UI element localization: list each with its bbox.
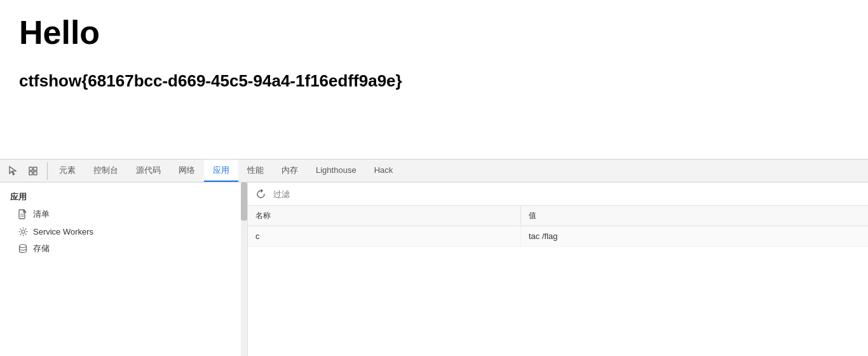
- svg-rect-2: [29, 172, 32, 175]
- data-table: 名称 值 c tac /flag: [248, 206, 868, 356]
- page-flag: ctfshow{68167bcc-d669-45c5-94a4-1f16edff…: [19, 71, 849, 91]
- sidebar-item-service-workers-label: Service Workers: [33, 227, 93, 236]
- svg-rect-1: [34, 167, 37, 170]
- table-row[interactable]: c tac /flag: [248, 226, 868, 247]
- table-header-value: 值: [521, 206, 868, 226]
- sidebar-item-service-workers[interactable]: Service Workers: [0, 223, 247, 240]
- tab-application[interactable]: 应用: [204, 160, 238, 182]
- table-header: 名称 值: [248, 206, 868, 226]
- page-title: Hello: [19, 13, 849, 52]
- svg-rect-3: [34, 172, 37, 175]
- tab-memory[interactable]: 内存: [273, 160, 307, 182]
- tab-hack[interactable]: Hack: [365, 160, 402, 182]
- sidebar-section-title: 应用: [0, 188, 247, 205]
- svg-point-7: [22, 230, 25, 233]
- sidebar-item-manifest[interactable]: 清单: [0, 205, 247, 223]
- devtools-sidebar: 应用 清单: [0, 182, 248, 356]
- devtools-toolbar: 元素 控制台 源代码 网络 应用 性能 内存 Lighthouse: [0, 160, 868, 182]
- sidebar-content: 应用 清单: [0, 182, 247, 263]
- filter-input[interactable]: [273, 189, 863, 199]
- table-header-name: 名称: [248, 206, 521, 226]
- devtools-panel: 元素 控制台 源代码 网络 应用 性能 内存 Lighthouse: [0, 159, 868, 356]
- sidebar-item-storage-label: 存储: [33, 243, 50, 254]
- sidebar-item-manifest-label: 清单: [33, 209, 50, 220]
- tab-sources[interactable]: 源代码: [127, 160, 170, 182]
- page-content: Hello ctfshow{68167bcc-d669-45c5-94a4-1f…: [0, 0, 868, 159]
- devtools-main: 名称 值 c tac /flag: [248, 182, 868, 356]
- tab-lighthouse[interactable]: Lighthouse: [307, 160, 365, 182]
- file-icon: [18, 209, 28, 219]
- main-toolbar: [248, 182, 868, 206]
- toolbar-icons: [4, 162, 48, 180]
- devtools-tabs: 元素 控制台 源代码 网络 应用 性能 内存 Lighthouse: [50, 160, 864, 182]
- cursor-icon[interactable]: [4, 162, 22, 180]
- tab-elements[interactable]: 元素: [50, 160, 85, 182]
- svg-rect-0: [29, 167, 32, 170]
- db-icon: [18, 243, 28, 254]
- sidebar-item-storage[interactable]: 存储: [0, 240, 247, 257]
- tab-network[interactable]: 网络: [170, 160, 204, 182]
- sidebar-scroll-container: 应用 清单: [0, 182, 247, 356]
- table-cell-name: c: [248, 226, 521, 246]
- inspect-icon[interactable]: [24, 162, 42, 180]
- devtools-body: 应用 清单: [0, 182, 868, 356]
- refresh-button[interactable]: [253, 186, 268, 202]
- table-cell-value: tac /flag: [521, 226, 868, 246]
- svg-point-8: [20, 245, 27, 248]
- gear-icon: [18, 226, 28, 236]
- sidebar-scrollbar[interactable]: [241, 182, 247, 356]
- tab-performance[interactable]: 性能: [238, 160, 273, 182]
- tab-console[interactable]: 控制台: [85, 160, 127, 182]
- sidebar-scrollbar-thumb: [241, 182, 247, 221]
